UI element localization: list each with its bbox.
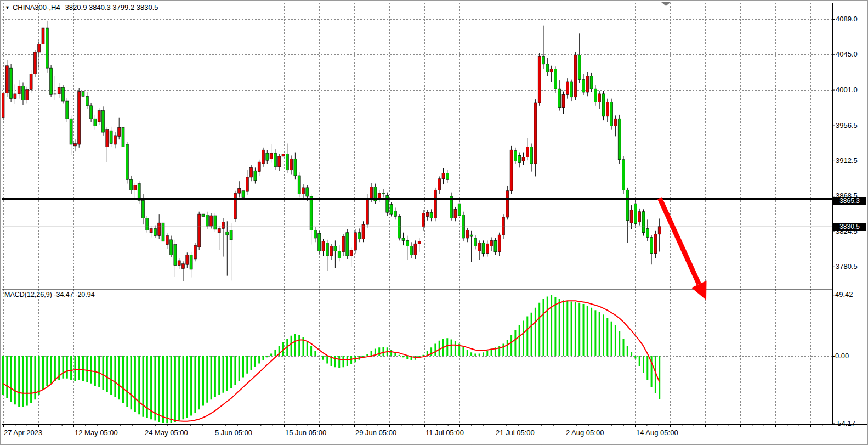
macd-axis-label: 0.00 (835, 352, 849, 360)
macd-axis-label: -54.17 (835, 420, 855, 427)
macd-axis-label: 49.42 (835, 291, 853, 298)
grid-vertical (4, 3, 811, 424)
time-axis-label: 21 Jul 05:00 (496, 429, 535, 437)
time-axis-label: 27 Apr 2023 (4, 429, 42, 437)
macd-indicator-label: MACD(12,26,9) -34.47 -20.94 (4, 291, 95, 298)
chart-shift-marker-icon[interactable] (661, 2, 671, 6)
time-axis-label: 15 Jun 05:00 (285, 429, 326, 437)
symbol-period-label: CHINA300-,H4 (13, 3, 60, 12)
price-axis-label: 4045.0 (836, 50, 858, 58)
time-axis-label: 2 Aug 05:00 (566, 429, 604, 437)
time-axis-label: 12 May 05:00 (75, 429, 118, 437)
candles-layer (2, 17, 661, 281)
price-axis-label: 3912.5 (836, 157, 858, 165)
price-axis-label: 3780.5 (836, 263, 858, 271)
time-axis-label: 24 May 05:00 (145, 429, 188, 437)
time-axis-label: 29 Jun 05:00 (355, 429, 396, 437)
price-axis-label: 4001.0 (836, 86, 858, 94)
price-axis-label: 4089.0 (836, 15, 858, 23)
time-axis-label: 5 Jun 05:00 (215, 429, 252, 437)
ohlc-values: 3820.9 3840.3 3799.2 3830.5 (65, 3, 158, 12)
chart-canvas[interactable] (1, 1, 868, 445)
grid-horizontal (2, 20, 832, 357)
level-price-tag: 3865.3 (833, 197, 866, 205)
bid-price-tag: 3830.5 (833, 223, 866, 231)
time-axis-label: 14 Aug 05:00 (636, 429, 678, 437)
symbol-dropdown-icon[interactable]: ▼ (5, 5, 10, 10)
time-axis-label: 11 Jul 05:00 (426, 429, 464, 437)
trend-arrow[interactable] (660, 198, 707, 300)
macd-layer (3, 295, 660, 423)
symbol-ohlc-title: ▼CHINA300-,H43820.9 3840.3 3799.2 3830.5 (5, 3, 158, 12)
chart-window: ▼CHINA300-,H43820.9 3840.3 3799.2 3830.5… (0, 0, 868, 445)
axis-ticks (4, 20, 836, 427)
price-axis-label: 3956.5 (836, 122, 858, 129)
